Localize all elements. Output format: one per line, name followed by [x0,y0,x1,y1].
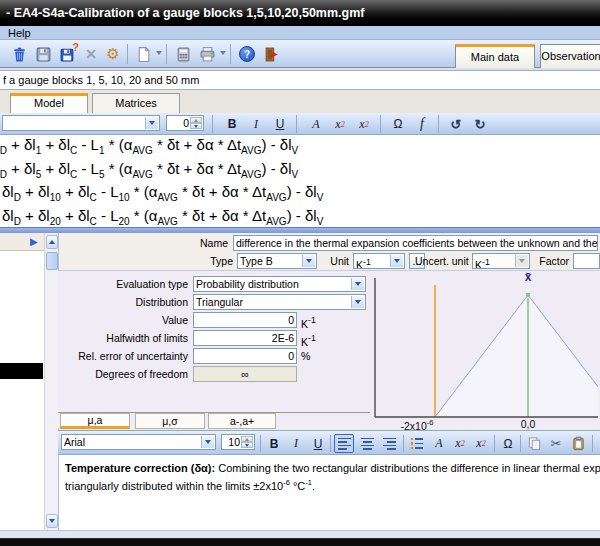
dof-field: ∞ [193,366,297,382]
rel-error-field[interactable]: 0 [193,348,297,364]
copy-document-button[interactable] [132,43,154,65]
italic-button[interactable]: I [246,115,266,133]
uncert-unit-select[interactable]: K-1 [472,253,530,269]
type-select[interactable]: Type B [237,253,317,269]
document-title-field[interactable]: f a gauge blocks 1, 5, 10, 20 and 50 mm [0,70,600,90]
chevron-down-icon[interactable] [201,436,214,448]
trash-button[interactable] [8,43,30,65]
superscript-button[interactable]: x2 [330,115,350,133]
chevron-down-icon[interactable] [145,117,158,129]
font-size-stepper[interactable]: 10 [221,434,255,450]
tab-a-minus-a-plus[interactable]: a-,a+ [208,413,276,429]
save-icon [35,46,52,63]
text-toolbar: Arial 10 B I U A [58,430,600,455]
chevron-down-icon[interactable] [351,278,364,290]
pointer-tool-button[interactable] [596,434,600,453]
print-dropdown-arrow-icon[interactable] [220,51,226,58]
description-editor[interactable]: Temperature correction (δα): Combining t… [58,455,600,530]
undo-button[interactable]: ↺ [446,115,466,133]
unit-select[interactable]: K-1 [353,253,405,269]
copy-button[interactable] [524,434,544,453]
underline-button[interactable]: U [270,115,290,133]
taskbar-edge [0,538,600,546]
toolbar-separator [230,44,231,64]
tab-observation[interactable]: Observation [540,44,600,68]
tab-mu-sigma[interactable]: μ,σ [135,413,205,429]
model-equation[interactable]: δlD + δl1 + δlC - L1 * (αAVG * δt + δα *… [0,136,600,160]
distribution-select[interactable]: Triangular [193,294,366,310]
font-select[interactable]: Arial [61,434,216,450]
model-equation[interactable]: δlD + δl20 + δlC - L20 * (αAVG * δt + δα… [0,207,600,228]
symbol-omega-button[interactable]: Ω [388,115,408,133]
scrollbar-thumb[interactable] [46,252,58,270]
help-button[interactable]: ? [236,43,258,65]
font-button[interactable]: A [429,434,449,453]
spinner-arrows-icon[interactable] [190,117,202,129]
quantity-list[interactable] [0,250,44,530]
delete-button[interactable]: ✕ [80,43,102,65]
function-button[interactable]: f [412,115,432,133]
subscript-button[interactable]: x2 [354,115,374,133]
rel-error-label: Rel. error of uncertainty [58,348,188,364]
unit-label: Unit [325,253,349,269]
dof-label: Degrees of freedom [58,366,188,382]
align-right-button[interactable] [379,434,399,453]
halfwidth-label: Halfwidth of limits [58,330,188,346]
value-field[interactable]: 0 [193,312,297,328]
formula-size-stepper[interactable]: 0 [166,115,204,131]
menu-help[interactable]: Help [8,26,31,40]
copy-dropdown-arrow-icon[interactable] [156,51,162,58]
model-equation[interactable]: δlD + δl5 + δlC - L5 * (αAVG * δt + δα *… [0,160,600,184]
save-as-button[interactable]: ? [56,43,78,65]
triangular-distribution-plot [372,272,598,428]
calculator-button[interactable] [172,43,194,65]
paste-icon [571,436,586,451]
copy-icon [527,436,542,451]
model-equation-editor[interactable]: δlD + δl1 + δlC - L1 * (αAVG * δt + δα *… [0,135,600,227]
tab-main-data[interactable]: Main data [455,44,535,68]
chevron-down-icon [515,255,528,267]
tab-model[interactable]: Model [10,93,88,113]
name-field[interactable]: difference in the thermal expansion coef… [233,235,598,251]
chevron-down-icon[interactable] [302,255,315,267]
bold-button[interactable]: B [264,434,284,453]
bullet-list-button[interactable] [407,434,427,453]
calculator-icon [175,46,192,63]
exit-button[interactable] [260,43,282,65]
align-left-button[interactable] [334,434,354,453]
underline-button[interactable]: U [308,434,328,453]
quantity-list-header: ▶ [0,233,44,250]
scroll-up-icon[interactable] [46,235,58,249]
chevron-down-icon[interactable] [351,296,364,308]
print-button[interactable] [196,43,218,65]
bold-button[interactable]: B [222,115,242,133]
app-window: - EA4-S4a-Calibration of a gauge blocks … [0,0,600,546]
tab-mu-a[interactable]: μ,a [60,413,130,429]
formula-style-select[interactable] [2,115,160,131]
tab-matrices[interactable]: Matrices [92,93,180,113]
font-button[interactable]: A [306,115,326,133]
redo-button[interactable]: ↻ [470,115,490,133]
italic-button[interactable]: I [286,434,306,453]
evaluation-type-select[interactable]: Probability distribution [193,276,366,292]
model-equation[interactable]: δlD + δl10 + δlC - L10 * (αAVG * δt + δα… [0,183,600,207]
subscript-button[interactable]: x2 [471,434,491,453]
name-label: Name [171,235,228,251]
paste-button[interactable] [568,434,588,453]
factor-field[interactable] [573,253,600,269]
selected-quantity-row[interactable] [0,363,43,379]
halfwidth-field[interactable]: 2E-6 [193,330,297,346]
quantity-list-scrollbar[interactable] [44,233,58,530]
exit-door-icon [263,46,280,63]
spinner-arrows-icon[interactable] [241,436,253,448]
save-button[interactable] [32,43,54,65]
chevron-down-icon[interactable] [390,255,403,267]
align-center-button[interactable] [357,434,377,453]
toolbar-separator [127,44,128,64]
window-titlebar[interactable]: - EA4-S4a-Calibration of a gauge blocks … [0,0,600,26]
superscript-button[interactable]: x2 [450,434,470,453]
symbol-omega-button[interactable]: Ω [498,434,518,453]
settings-button[interactable]: ⚙ [102,43,124,65]
cut-button[interactable]: ✂ [546,434,566,453]
scroll-down-icon[interactable] [46,514,58,528]
